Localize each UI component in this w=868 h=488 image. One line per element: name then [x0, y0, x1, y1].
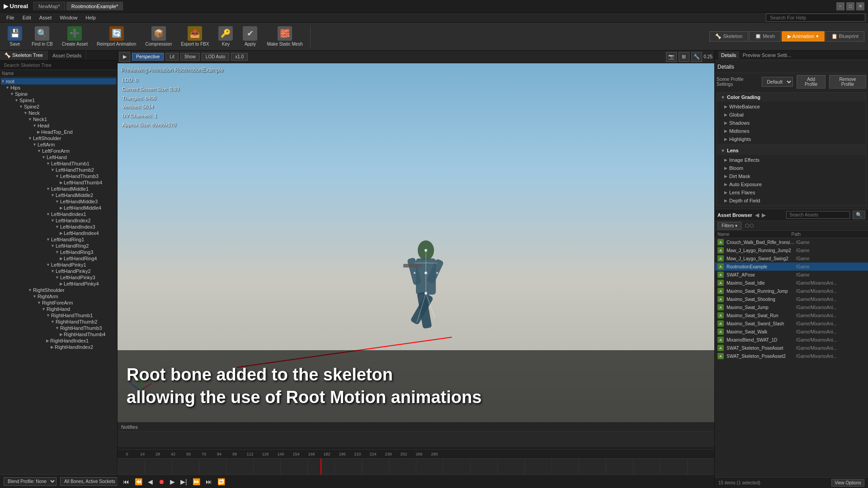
color-grading-header[interactable]: ▼ Color Grading: [717, 93, 866, 102]
tree-item[interactable]: ▼ LeftHandIndex1: [1, 211, 116, 217]
tree-item[interactable]: ▼ Head: [1, 122, 116, 129]
dirt-mask-item[interactable]: ▶ Dirt Mask: [717, 172, 866, 180]
asset-browser-item[interactable]: A Maximo_Swat_Walk /Game/MixamoAni...: [715, 328, 868, 336]
tree-item[interactable]: ▼ LeftHandRing3: [1, 249, 116, 255]
profile-select[interactable]: Default: [762, 77, 793, 87]
lens-header[interactable]: ▼ Lens: [717, 146, 866, 155]
menu-help[interactable]: Help: [82, 14, 99, 21]
bloom-item[interactable]: ▶ Bloom: [717, 164, 866, 172]
zoom-btn[interactable]: x1.0: [231, 53, 248, 61]
tree-item[interactable]: ▼ LeftHandMiddle1: [1, 186, 116, 192]
perspective-btn[interactable]: Perspective: [132, 53, 164, 61]
asset-browser-item[interactable]: A Maximo_Swat_Shooting /Game/MixamoAni..…: [715, 295, 868, 303]
menu-asset[interactable]: Asset: [36, 14, 56, 21]
tree-item[interactable]: ▼ LeftHandMiddle3: [1, 198, 116, 205]
tree-item[interactable]: ▼ LeftShoulder: [1, 135, 116, 141]
midtones-item[interactable]: ▶ Midtones: [717, 127, 866, 135]
viewport[interactable]: Previewing Animation RootmotionExample L…: [118, 63, 714, 422]
depth-of-field-item[interactable]: ▶ Depth of Field: [717, 197, 866, 205]
snap-btn[interactable]: 🔧: [691, 52, 702, 62]
asset-browser-item[interactable]: A MixamoBlend_SWAT_1D /Game/MixamoAni...: [715, 336, 868, 344]
restore-btn[interactable]: □: [846, 2, 854, 10]
lens-flares-item[interactable]: ▶ Lens Flares: [717, 188, 866, 197]
reimport-button[interactable]: 🔄 Reimport Animation: [93, 24, 140, 48]
shadows-item[interactable]: ▶ Shadows: [717, 119, 866, 127]
image-effects-item[interactable]: ▶ Image Effects: [717, 156, 866, 164]
tree-item[interactable]: ▼ Neck1: [1, 116, 116, 122]
menu-file[interactable]: File: [3, 14, 18, 21]
asset-browser-item[interactable]: A SWAT_APose /Game: [715, 271, 868, 279]
socket-filter-select[interactable]: All Bones, Active Sockets: [60, 477, 125, 486]
tree-item[interactable]: ▶ RightHandIndex1: [1, 338, 116, 344]
ab-view-options-btn[interactable]: View Options: [831, 479, 864, 487]
whitebalance-item[interactable]: ▶ WhiteBalance: [717, 103, 866, 111]
search-for-help-input[interactable]: [766, 14, 865, 22]
create-asset-button[interactable]: ➕ Create Asset: [58, 24, 91, 48]
asset-browser-item[interactable]: A Maw_J_Laygo_Sword_Swing2 /Game: [715, 254, 868, 263]
tree-item[interactable]: ▼ RightShoulder: [1, 287, 116, 293]
minimize-btn[interactable]: −: [836, 2, 844, 10]
ab-filters-btn[interactable]: Filters ▾: [717, 222, 741, 230]
tree-item[interactable]: ▼ LeftHandThumb1: [1, 160, 116, 167]
tree-item[interactable]: ▼ Neck: [1, 110, 116, 116]
tree-item[interactable]: ▼ LeftHandPinky2: [1, 268, 116, 274]
tree-item[interactable]: ▶ RightHandIndex2: [1, 344, 116, 350]
viewport-realtime-btn[interactable]: ▶: [119, 52, 130, 62]
tree-item[interactable]: ▼ root: [1, 78, 116, 84]
asset-browser-item[interactable]: A SWAT_Skeleton_PoseAsset2 /Game/MixamoA…: [715, 352, 868, 360]
key-button[interactable]: 🔑 Key: [214, 24, 237, 48]
tree-item[interactable]: ▼ LeftHandPinky1: [1, 262, 116, 268]
highlights-item[interactable]: ▶ Highlights: [717, 135, 866, 143]
ab-search-btn[interactable]: 🔍: [853, 211, 865, 219]
tree-item[interactable]: ▼ Hips: [1, 84, 116, 91]
asset-browser-list[interactable]: A Crouch_Walk_Bwd_Rifle_Ironsight /Game …: [715, 238, 868, 477]
global-item[interactable]: ▶ Global: [717, 111, 866, 119]
blend-profile-select[interactable]: Blend Profile: None: [4, 477, 57, 486]
tree-item[interactable]: ▼ LeftHandRing2: [1, 243, 116, 249]
asset-browser-item[interactable]: A Maximo_Swat_Swat_Run /Game/MixamoAni..…: [715, 311, 868, 319]
lit-btn[interactable]: Lit: [165, 53, 179, 61]
add-profile-btn[interactable]: Add Profile: [797, 75, 826, 89]
tree-item[interactable]: ▶ RightHandThumb4: [1, 331, 116, 338]
playhead-marker[interactable]: [321, 459, 321, 474]
asset-browser-search[interactable]: [786, 211, 850, 219]
save-button[interactable]: 💾 Save: [4, 24, 26, 48]
close-btn[interactable]: ✕: [856, 2, 864, 10]
tree-item[interactable]: ▶ LeftHandMiddle4: [1, 205, 116, 211]
remove-profile-btn[interactable]: Remove Profile: [829, 75, 866, 89]
tree-item[interactable]: ▼ LeftForeArm: [1, 148, 116, 154]
camera-icon-btn[interactable]: 📷: [666, 52, 677, 62]
find-in-cb-button[interactable]: 🔍 Find in CB: [28, 24, 57, 48]
ab-back-btn[interactable]: ◀: [755, 212, 759, 218]
asset-browser-item[interactable]: A Maximo_Swat_Running_Jump /Game/MixamoA…: [715, 287, 868, 295]
step-back-btn[interactable]: ⏪: [133, 477, 144, 486]
ab-forward-btn[interactable]: ▶: [762, 212, 766, 218]
step-forward-btn[interactable]: ⏩: [191, 477, 202, 486]
tree-item[interactable]: ▼ LeftHandPinky3: [1, 274, 116, 281]
apply-button[interactable]: ✔ Apply: [239, 24, 261, 48]
asset-details-tab[interactable]: Asset Details: [48, 51, 86, 60]
tab-blueprint[interactable]: 📋 Blueprint: [826, 31, 864, 42]
tree-item[interactable]: ▼ RightHandThumb3: [1, 325, 116, 331]
tree-item[interactable]: ▼ LeftHandIndex2: [1, 217, 116, 224]
tab-animation[interactable]: ▶ Animation ▾: [782, 31, 824, 42]
asset-browser-item[interactable]: A Maximo_Swat_Idle /Game/MixamoAni...: [715, 279, 868, 287]
tree-item[interactable]: ▼ LeftHandIndex3: [1, 224, 116, 230]
prev-frame-btn[interactable]: ◀: [146, 477, 155, 486]
details-tab[interactable]: Details: [718, 52, 739, 59]
tab-mesh[interactable]: 🔲 Mesh: [749, 31, 781, 42]
asset-browser-item[interactable]: A Maw_J_Laygo_Running_Jump2 /Game: [715, 246, 868, 254]
tree-item[interactable]: ▼ RightHandThumb2: [1, 319, 116, 325]
make-static-mesh-button[interactable]: 🧱 Make Static Mesh: [263, 24, 306, 48]
tree-item[interactable]: ▶ LeftHandRing4: [1, 255, 116, 262]
skeleton-tree-container[interactable]: ▼ root ▼ Hips ▼ Spine ▼ Spine1 ▼ Spine2 …: [0, 77, 117, 474]
tree-item[interactable]: ▼ Spine1: [1, 97, 116, 103]
skeleton-tree-tab[interactable]: 🦴 Skeleton Tree: [0, 51, 48, 60]
tree-item[interactable]: ▼ LeftHandMiddle2: [1, 192, 116, 198]
tree-item[interactable]: ▼ RightHand: [1, 306, 116, 312]
export-fbx-button[interactable]: 📤 Export to FBX: [177, 24, 212, 48]
next-frame-btn[interactable]: ▶|: [179, 477, 189, 486]
tab-newmap[interactable]: NewMap*: [33, 2, 65, 10]
record-btn[interactable]: ⏺: [156, 477, 166, 486]
tree-item[interactable]: ▶ HeadTop_End: [1, 129, 116, 135]
